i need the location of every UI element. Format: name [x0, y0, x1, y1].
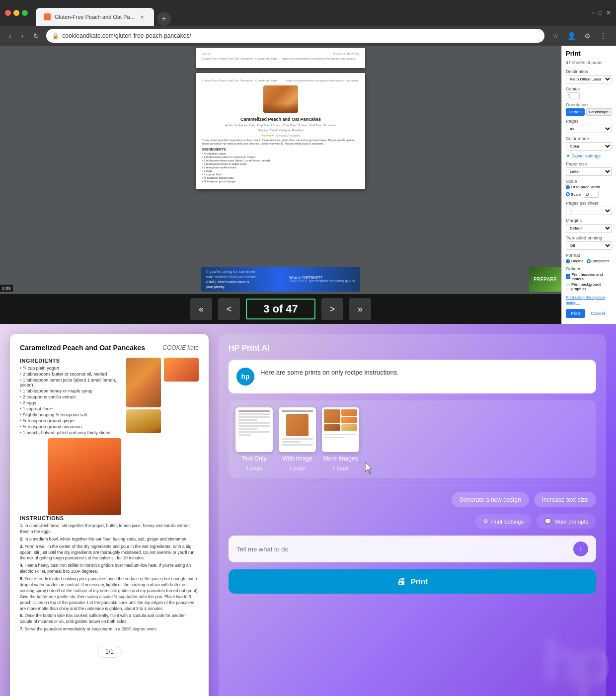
recipe-images-container — [126, 358, 199, 433]
more-prompts-btn[interactable]: 💬 More prompts — [537, 514, 596, 529]
cancel-button[interactable]: Cancel — [587, 309, 609, 318]
page-indicator: 3 of 47 — [246, 299, 315, 319]
format-label: Format — [566, 253, 612, 258]
copies-input[interactable] — [566, 92, 580, 99]
bookmark-btn[interactable]: ☆ — [548, 29, 562, 43]
close-button[interactable] — [5, 10, 11, 16]
ai-send-button[interactable]: ↑ — [573, 541, 588, 556]
line6 — [238, 425, 270, 427]
more-images-option[interactable]: More Images 1 page — [322, 407, 359, 471]
rc-instructions-list: 1. In a small-ish bowl, stir together th… — [20, 523, 199, 632]
mi-img4 — [324, 424, 340, 431]
copies-label: Copies — [566, 86, 612, 91]
pps-select[interactable]: 1 — [566, 207, 612, 215]
color-label: Color mode — [566, 136, 612, 141]
back-button[interactable]: ‹ — [6, 30, 14, 42]
new-tab-button[interactable]: + — [157, 12, 171, 26]
tab-favicon — [44, 13, 51, 20]
generate-new-design-btn[interactable]: Generate a new design — [452, 492, 529, 507]
profile-btn[interactable]: 👤 — [564, 29, 578, 43]
simplified-option[interactable]: Simplified — [587, 259, 609, 263]
recipe-img-bottom — [48, 438, 121, 515]
recipe-servings-preview: Servings: 2 to 4 Category: Breakfast — [202, 129, 359, 132]
rc-step-3: 3. Form a well in the center of the dry … — [20, 544, 199, 562]
maximize-button[interactable] — [22, 10, 28, 16]
rc-step-7: 7. Serve the pancakes immediately or kee… — [20, 626, 199, 632]
landscape-btn[interactable]: Landscape — [586, 108, 612, 116]
print-settings-btn[interactable]: ⚙ Print Settings — [475, 514, 532, 529]
more-settings-label: ▼ Fewer settings — [566, 154, 601, 158]
hp-ai-message-bubble: hp Here are some prints on only recipe i… — [229, 360, 596, 393]
tab-close-btn[interactable]: ✕ — [138, 13, 146, 21]
recipe-images-col2 — [164, 358, 199, 433]
text-only-label: Text Only — [241, 455, 266, 462]
video-thumbnail[interactable]: PREPARE — [529, 267, 561, 292]
line8 — [238, 431, 270, 433]
paper-size-select[interactable]: Letter — [566, 167, 612, 176]
mi-img3 — [341, 417, 358, 423]
forward-button[interactable]: › — [18, 30, 27, 42]
pages-section: Pages All — [566, 119, 612, 133]
pages-select[interactable]: All — [566, 125, 612, 133]
page-date-small: 5/7/2024, 10:40 AM — [333, 52, 359, 55]
ai-input-area: ↑ — [229, 536, 596, 562]
print-button[interactable]: Print — [566, 309, 585, 318]
pages-label: Pages — [566, 119, 612, 124]
extensions-btn[interactable]: ⚙ — [580, 29, 594, 43]
text-only-option[interactable]: Text Only 1 page — [235, 407, 273, 471]
last-page-button[interactable]: » — [349, 298, 371, 320]
original-option[interactable]: Original — [566, 259, 585, 263]
video-thumb-text: PREPARE — [532, 275, 559, 284]
margins-select[interactable]: Default — [566, 224, 612, 232]
text-only-pages: 1 page — [246, 465, 263, 471]
ai-print-button[interactable]: 🖨 Print — [229, 569, 596, 594]
pages-per-sheet-section: Pages per sheet 1 — [566, 201, 612, 215]
reload-button[interactable]: ↻ — [30, 30, 42, 42]
mi-img1 — [324, 409, 340, 423]
page-badge-container: 1/1 — [20, 641, 199, 658]
next-page-button[interactable]: > — [321, 298, 343, 320]
color-select[interactable]: Color — [566, 142, 612, 151]
minimize-button[interactable] — [13, 10, 19, 16]
preview-pancake-image — [202, 84, 359, 114]
format-options: Original Simplified — [566, 259, 612, 263]
scale-section: Scale Fit to page width Scale — [566, 179, 612, 198]
two-sided-select[interactable]: Off — [566, 241, 612, 250]
line9 — [238, 434, 251, 436]
destination-select[interactable]: Kieth Office Laser Jet 4305... — [566, 75, 612, 83]
rc-brand: COOKIE kate — [162, 344, 199, 351]
headers-label: Print headers and footers — [571, 272, 612, 281]
cursor-area — [365, 462, 374, 476]
hp-message-text: Here are some prints on only recipe inst… — [260, 368, 399, 378]
more-settings-toggle[interactable]: ▼ Fewer settings — [566, 154, 612, 158]
headers-footers-option[interactable]: ✓ Print headers and footers — [566, 272, 612, 281]
stars-preview: ★★★★★ 5 from 17 reviews — [202, 134, 359, 137]
menu-btn[interactable]: ⋮ — [596, 29, 610, 43]
with-image-label: With Image — [282, 455, 312, 462]
address-bar[interactable]: 🔒 cookieandkate.com/gluten-free-peach-pa… — [46, 29, 544, 43]
background-option[interactable]: Print background graphics — [566, 282, 612, 291]
ad-text: If you're caring for someone with diabet… — [206, 269, 256, 290]
page-navigation-bar: « < 3 of 47 > » — [0, 294, 561, 324]
hp-ai-panel: HP Print AI hp Here are some prints on o… — [219, 334, 606, 696]
with-image-option[interactable]: With Image 1 page — [279, 407, 316, 471]
portrait-btn[interactable]: Portrait — [566, 108, 585, 116]
orientation-buttons: Portrait Landscape — [566, 108, 612, 116]
system-dialog-link[interactable]: Print using the system dialog... — [566, 294, 612, 305]
original-radio — [566, 259, 570, 263]
fit-radio — [566, 185, 570, 189]
color-section: Color mode Color — [566, 136, 612, 151]
scale-input[interactable] — [584, 191, 599, 198]
ai-text-input[interactable] — [236, 545, 568, 553]
scale-pct-option[interactable]: Scale — [566, 191, 612, 198]
format-section: Format Original Simplified — [566, 253, 612, 263]
active-tab[interactable]: Gluten-Free Peach and Oat Pa... ✕ — [36, 8, 154, 26]
fit-to-width-option[interactable]: Fit to page width — [566, 185, 600, 189]
scale-options: Fit to page width — [566, 185, 612, 189]
fit-label: Fit to page width — [571, 185, 600, 189]
first-page-button[interactable]: « — [190, 298, 212, 320]
destination-label: Destination — [566, 69, 612, 74]
text-only-thumb — [235, 407, 273, 452]
prev-page-button[interactable]: < — [218, 298, 240, 320]
increase-text-size-btn[interactable]: Increase text size — [534, 492, 596, 507]
